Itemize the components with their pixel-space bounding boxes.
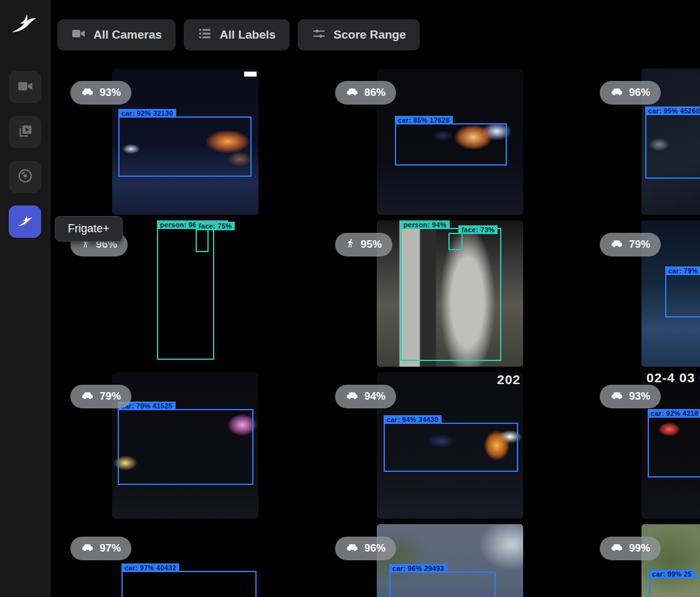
detection-thumbnail[interactable]: car: 97% 40432 [112,524,258,597]
bounding-box: car: 94% 34430 [384,423,518,472]
detections-grid: car: 92% 32130 93% car: 85% 17628 86% ca… [57,62,700,597]
score-badge-value: 94% [364,390,385,403]
face-detection-label: face: 75% [196,222,235,230]
car-icon [610,238,623,251]
frigate-logo [10,11,39,36]
sliders-icon [311,26,326,44]
frigate-plus-tooltip: Frigate+ [55,216,123,242]
detection-thumbnail[interactable]: car: 92% 32130 [112,68,258,215]
detection-label: car: 92% 4218 [648,409,700,418]
labels-filter-button[interactable]: All Labels [184,19,290,50]
sidebar-item-review[interactable] [9,116,41,148]
sidebar-item-frigate-plus[interactable] [9,205,41,238]
detection-label: car: 97% 40432 [121,563,179,572]
score-range-filter-button[interactable]: Score Range [298,19,420,50]
review-icon [17,123,34,142]
sidebar-item-live[interactable] [9,71,41,103]
detection-label: car: 95% 45260 [645,106,700,115]
detection-cell: car: 99% 25 99% [587,518,700,597]
car-icon [81,390,94,403]
filter-bar: All Cameras All Labels Score Range [57,19,420,50]
score-badge: 79% [70,385,131,408]
face-detection-label: face: 73% [458,225,498,234]
bounding-box: car: 92% 32130 [118,116,252,177]
detection-thumbnail[interactable]: car: 99% 25 [641,524,700,597]
detection-cell: car: 79% 79% [587,214,700,366]
detection-thumbnail[interactable]: 202 car: 94% 34430 [377,372,523,519]
detection-cell: 02-4 03 0 car: 92% 4218 93% [587,366,700,518]
list-icon [197,26,212,44]
detection-cell: car: 85% 17628 86% [322,62,587,214]
detection-thumbnail[interactable]: car: 79% 41525 [112,372,258,519]
score-badge-value: 93% [629,390,650,403]
detection-cell: car: 97% 40432 97% [57,518,322,597]
car-icon [346,542,359,555]
score-badge: 99% [600,537,661,560]
camera-icon [17,78,34,97]
car-icon [346,390,359,403]
camera-icon [71,26,86,44]
detection-cell: car: 79% 41525 79% [57,366,322,518]
cameras-filter-button[interactable]: All Cameras [57,19,176,50]
score-badge: 96% [335,537,396,560]
detection-label: car: 99% 25 [649,570,695,578]
cameras-filter-label: All Cameras [93,28,162,42]
detection-label: car: 94% 34430 [384,415,442,424]
detection-cell: car: 96% 29493 96% [322,518,587,597]
frigate-bird-icon [17,212,34,232]
camera-timestamp: 02-4 03 0 [646,372,700,385]
score-badge: 79% [600,233,661,256]
bounding-box: car: 96% 29493 [389,571,496,597]
score-badge: 96% [600,81,661,105]
score-badge-value: 86% [364,87,385,99]
bounding-box: car: 95% 45260 [645,114,700,179]
detection-label: car: 96% 29493 [389,564,447,573]
score-badge: 94% [335,385,396,408]
score-badge-value: 79% [100,390,121,403]
score-badge-value: 97% [100,542,121,555]
car-icon [610,87,623,99]
detection-label: car: 85% 17628 [395,116,453,125]
score-badge-value: 93% [100,87,121,99]
score-badge-value: 96% [364,542,385,555]
score-badge-value: 96% [629,87,650,99]
car-icon [610,390,623,403]
car-icon [610,542,623,555]
bounding-box: car: 99% 25 [649,577,700,597]
bounding-box: car: 79% 41525 [118,409,253,485]
car-icon [81,542,94,555]
sidebar-item-export[interactable] [9,161,41,193]
score-badge: 93% [600,385,661,408]
detection-cell: 202 car: 94% 34430 94% [322,366,587,518]
score-badge-value: 95% [361,238,382,251]
car-icon [81,87,94,99]
bounding-box: car: 85% 17628 [395,123,507,166]
person-icon [346,238,355,251]
detection-thumbnail[interactable]: person: 96% 93040 face: 75% [112,220,258,367]
labels-filter-label: All Labels [220,28,276,42]
detection-thumbnail[interactable]: car: 85% 17628 [377,68,523,215]
bounding-box: car: 79% [665,274,700,317]
score-range-filter-label: Score Range [334,28,406,42]
face-bounding-box: face: 73% [448,233,463,250]
score-badge: 97% [70,537,131,560]
sidebar [0,0,50,597]
detection-label: person: 94% [400,220,450,229]
car-icon [346,87,359,99]
bounding-box: car: 92% 4218 [648,416,700,477]
detection-label: car: 79% [665,266,700,275]
detection-thumbnail[interactable]: car: 96% 29493 [377,524,523,597]
score-badge-value: 99% [629,542,650,555]
detection-cell: car: 92% 32130 93% [57,62,322,214]
face-bounding-box: face: 75% [196,229,209,252]
detection-cell: person: 94% face: 73% 95% [322,214,587,366]
score-badge-value: 79% [629,238,650,251]
bounding-box: car: 97% 40432 [121,571,257,597]
detection-thumbnail[interactable]: person: 94% face: 73% [377,220,523,367]
detection-cell: car: 95% 45260 96% [587,62,700,214]
score-badge: 86% [335,81,396,105]
score-badge: 93% [70,81,131,105]
score-badge: 95% [335,233,392,256]
camera-timestamp: 202 [497,372,521,387]
export-icon [17,167,34,187]
